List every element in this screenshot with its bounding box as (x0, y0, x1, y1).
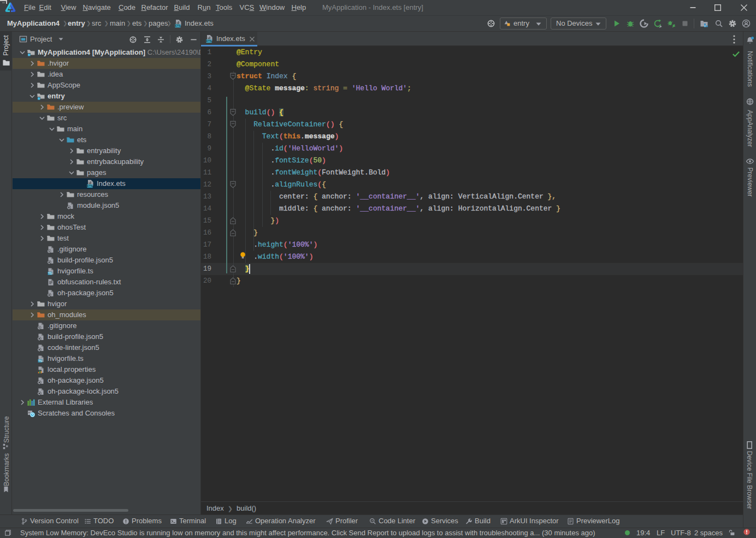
svg-text:ETS: ETS (87, 184, 93, 188)
svg-text:TS: TS (48, 272, 52, 275)
svg-text:ETS: ETS (175, 24, 181, 27)
svg-text:ETS: ETS (206, 39, 212, 43)
svg-text:TS: TS (38, 359, 42, 362)
